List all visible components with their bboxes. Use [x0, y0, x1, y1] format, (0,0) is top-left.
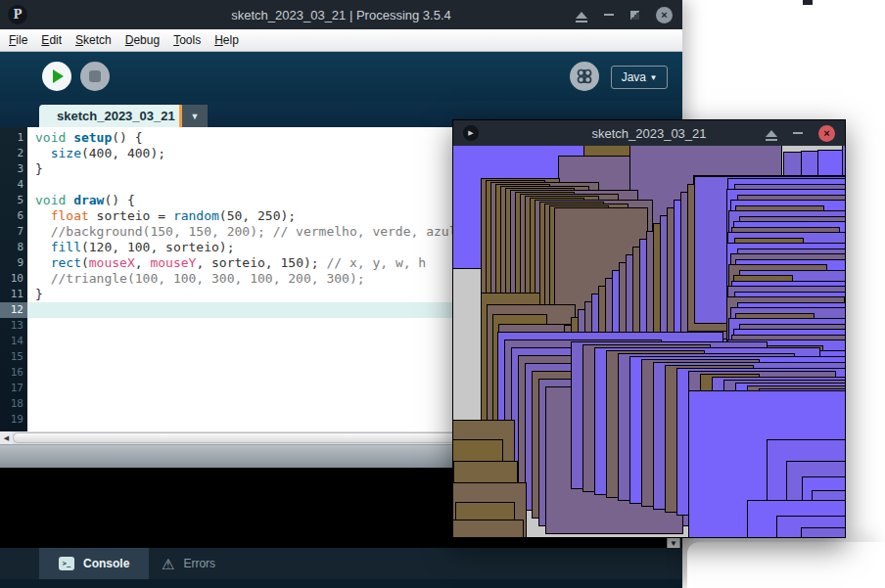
shade-icon[interactable] — [576, 12, 587, 19]
code-token: , sorteio, 150); — [196, 255, 326, 270]
stop-icon — [89, 70, 101, 82]
line-number-gutter: 12345678910111213141516171819 — [0, 127, 27, 431]
line-number: 13 — [0, 318, 23, 334]
warning-icon: ⚠ — [162, 557, 174, 571]
line-number: 16 — [0, 365, 23, 381]
code-token: rect — [51, 255, 81, 270]
line-number: 17 — [0, 381, 23, 396]
line-number: 2 — [0, 146, 23, 161]
code-token: ( — [81, 255, 89, 270]
window-bottom-strip — [0, 579, 682, 588]
code-token: setup — [73, 130, 112, 145]
code-token: draw — [73, 193, 104, 207]
line-number: 11 — [0, 287, 23, 302]
line-number: 10 — [0, 271, 23, 287]
code-token: (50, 250); — [219, 208, 296, 223]
tab-menu-button[interactable]: ▼ — [182, 105, 208, 127]
play-icon — [53, 69, 64, 83]
restore-icon[interactable] — [630, 11, 639, 20]
background-window-edge — [803, 0, 813, 5]
code-token — [35, 208, 51, 223]
code-token: } — [35, 161, 43, 176]
code-token: random — [173, 208, 219, 223]
menu-item-edit[interactable]: Edit — [41, 33, 62, 47]
line-number: 3 — [0, 161, 23, 177]
code-token: void — [35, 130, 73, 145]
code-token: mouseY — [150, 255, 196, 270]
code-token: } — [35, 287, 43, 301]
code-token: //background(150, 150, 200); // vermelho… — [51, 224, 457, 239]
code-token: , — [135, 255, 151, 270]
debug-button[interactable] — [570, 62, 599, 91]
line-number: 8 — [0, 240, 23, 255]
line-number: 1 — [0, 130, 23, 146]
menu-item-tools[interactable]: Tools — [173, 33, 201, 47]
sketch-app-icon: ▶ — [463, 125, 479, 141]
minimize-icon[interactable] — [793, 132, 803, 134]
line-number: 4 — [0, 177, 23, 193]
processing-logo-icon: P — [8, 5, 27, 24]
code-token: (400, 400); — [81, 146, 165, 160]
line-number: 18 — [0, 396, 23, 412]
shade-icon[interactable] — [766, 130, 777, 137]
menu-item-help[interactable]: Help — [214, 33, 239, 47]
code-token: mouseX — [89, 255, 135, 270]
toolbar: Java ▼ — [0, 52, 682, 101]
code-token — [35, 224, 51, 239]
code-token — [35, 271, 51, 286]
tab-label: sketch_2023_03_21 — [57, 109, 175, 123]
mode-label: Java — [622, 70, 646, 84]
code-token: float — [51, 208, 89, 223]
close-icon[interactable]: × — [818, 125, 835, 142]
code-token: fill — [51, 240, 81, 254]
terminal-icon: >_ — [59, 557, 74, 570]
menu-item-debug[interactable]: Debug — [125, 33, 160, 47]
sketch-output-window: ▶ sketch_2023_03_21 × — [452, 119, 846, 538]
code-token: (120, 100, sorteio); — [81, 240, 235, 254]
mode-selector-java[interactable]: Java ▼ — [611, 66, 668, 89]
code-token: () { — [112, 130, 142, 145]
minimize-icon[interactable] — [604, 14, 614, 16]
menu-bar: FileEditSketchDebugToolsHelp — [0, 29, 682, 52]
line-number: 14 — [0, 334, 23, 349]
scrollbar-thumb[interactable] — [13, 432, 522, 443]
chevron-down-icon: ▼ — [649, 73, 657, 82]
line-number: 12 — [0, 302, 23, 318]
chevron-down-icon: ▼ — [191, 112, 200, 121]
console-tab-bar: >_ Console ⚠ Errors — [0, 548, 682, 579]
line-number: 19 — [0, 412, 23, 428]
code-token: //triangle(100, 100, 300, 100, 200, 300)… — [51, 271, 365, 286]
close-icon[interactable]: × — [656, 7, 673, 23]
line-number: 7 — [0, 224, 23, 240]
line-number: 6 — [0, 208, 23, 224]
butterfly-debug-icon — [575, 67, 594, 86]
sketch-canvas[interactable] — [453, 146, 845, 537]
sketch-title-bar[interactable]: ▶ sketch_2023_03_21 × — [453, 120, 845, 146]
line-number: 15 — [0, 349, 23, 365]
scroll-left-icon[interactable]: ◀ — [0, 431, 13, 444]
tab-console[interactable]: >_ Console — [39, 548, 149, 579]
run-button[interactable] — [42, 62, 71, 91]
menu-item-sketch[interactable]: Sketch — [75, 33, 112, 47]
menu-item-file[interactable]: File — [9, 33, 27, 47]
code-token — [35, 240, 51, 254]
tab-errors[interactable]: ⚠ Errors — [142, 548, 235, 579]
code-token: () { — [104, 193, 134, 207]
code-token: void — [35, 193, 73, 207]
line-number: 9 — [0, 255, 23, 271]
code-token: size — [51, 146, 81, 160]
stop-button[interactable] — [80, 62, 110, 91]
errors-tab-label: Errors — [183, 557, 215, 570]
tab-sketch[interactable]: sketch_2023_03_21 — [39, 105, 193, 127]
title-bar[interactable]: P sketch_2023_03_21 | Processing 3.5.4 × — [0, 0, 682, 29]
code-token: sorteio = — [89, 208, 173, 223]
code-token: // x, y, w, h — [326, 255, 426, 270]
code-token — [35, 146, 51, 160]
line-number: 5 — [0, 193, 23, 208]
background-window-corner — [687, 542, 885, 588]
code-token — [35, 255, 51, 270]
console-tab-label: Console — [83, 557, 129, 570]
